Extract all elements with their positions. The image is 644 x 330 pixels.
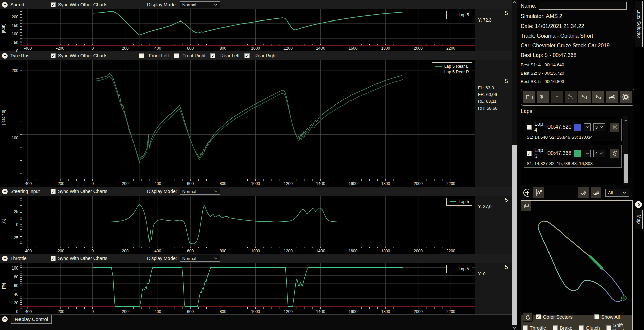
x-tick-label: 1200 — [283, 181, 293, 186]
speed-sync-checkbox[interactable]: ✓ — [51, 2, 56, 7]
x-tick-label: 1200 — [283, 249, 293, 253]
steering-lap-number: 5 — [478, 197, 509, 203]
throttle-display-mode-select[interactable]: Normal — [180, 255, 220, 262]
steering-chart[interactable]: Lap 5 -400-20002004006008001000120014001… — [20, 196, 475, 254]
lap-delete-button[interactable] — [610, 123, 619, 132]
steering-sync-checkbox[interactable]: ✓ — [51, 189, 56, 194]
brake-overlay-label: Brake — [560, 325, 572, 330]
check-all-button[interactable] — [578, 187, 589, 198]
scroll-up-icon[interactable] — [512, 0, 517, 5]
throttle-overlay-checkbox[interactable] — [523, 325, 528, 330]
replay-control-header: Replay Control — [0, 315, 512, 323]
wheel-checkbox-1[interactable] — [174, 53, 179, 58]
y-tick-label: 0 — [16, 49, 18, 53]
track-map[interactable]: 5 — [521, 201, 632, 315]
car-setup-button[interactable] — [606, 91, 618, 103]
lap-offset-select[interactable]: 3 — [593, 123, 605, 131]
x-tick-label: -400 — [24, 249, 32, 253]
steering-display-mode-select[interactable]: Normal — [180, 188, 220, 195]
x-tick-label: 200 — [122, 181, 129, 186]
throttle-chart[interactable]: Lap 5 -400-20002004006008001000120014001… — [20, 263, 475, 314]
lap-color-dropdown[interactable] — [584, 150, 590, 157]
laps-list: Lap: 400:47.5203S1: 14,640 S2: 15,846 S3… — [521, 116, 629, 185]
cursor-readout: Y: 37,0 — [478, 203, 509, 210]
lap-row: Lap: 400:47.5203S1: 14,640 S2: 15,846 S3… — [524, 119, 622, 141]
laps-scroll-up-icon[interactable] — [624, 117, 627, 123]
open-folder-add-button[interactable] — [537, 91, 549, 103]
import-selection-button[interactable] — [592, 91, 604, 103]
scrollbar-thumb[interactable] — [512, 145, 517, 325]
speed-display-mode-select[interactable]: Normal — [180, 1, 220, 8]
lap-visible-checkbox[interactable]: ✓ — [527, 151, 532, 156]
name-label: Name: — [521, 3, 536, 9]
map-collapse-button[interactable] — [635, 201, 642, 208]
collapse-tyre-icon[interactable] — [2, 53, 8, 59]
open-folder-button[interactable] — [523, 91, 535, 103]
tyre-chart[interactable]: Lap 5 Rear LLap 5 Rear R -400-2000200400… — [20, 60, 475, 187]
wheel-checkbox-0[interactable] — [139, 53, 144, 58]
collapse-steering-icon[interactable] — [2, 189, 8, 194]
x-tick-label: 1000 — [251, 249, 260, 253]
y-tick-label: 200 — [12, 68, 18, 73]
lap-visible-checkbox[interactable] — [527, 125, 532, 130]
map-reset-button[interactable] — [523, 312, 533, 322]
wheel-checkbox-2[interactable]: ✓ — [210, 53, 215, 58]
x-tick-label: 0 — [91, 46, 94, 51]
chart-options-button[interactable] — [533, 187, 544, 198]
lap-color-dropdown[interactable] — [584, 123, 590, 131]
map-popout-button[interactable] — [521, 201, 531, 211]
shift-points-checkbox[interactable] — [606, 325, 611, 330]
x-tick-label: 400 — [154, 309, 161, 314]
x-tick-label: -400 — [24, 309, 32, 314]
map-panel: 5 ✓ Color Sectors Show All Throttle — [521, 200, 633, 330]
x-tick-label: 1400 — [316, 46, 325, 51]
legend-label: Lap 5 — [459, 13, 469, 17]
y-tick-label: 200 — [12, 15, 18, 19]
main-scrollbar[interactable] — [512, 0, 517, 330]
x-tick-label: 1400 — [316, 249, 325, 253]
color-sectors-checkbox[interactable]: ✓ — [536, 314, 541, 319]
throttle-sync-checkbox[interactable]: ✓ — [51, 256, 56, 261]
lap-sector-times: S1: 14,640 S2: 15,846 S3: 17,034 — [527, 135, 619, 140]
name-input[interactable] — [539, 2, 627, 10]
cursor-readout: FR: 60,06 — [478, 91, 509, 98]
export-selection-button[interactable] — [578, 91, 591, 103]
collapse-replay-icon[interactable] — [2, 316, 8, 322]
date-info: Date: 14/01/2021 21.34.22 — [521, 23, 633, 29]
throttle-unit-label: [%] — [0, 263, 7, 314]
lap-delete-button[interactable] — [610, 149, 619, 158]
wheel-checkbox-3[interactable]: ✓ — [244, 53, 250, 58]
lap-color-swatch[interactable] — [574, 124, 581, 131]
x-tick-label: 800 — [220, 181, 226, 186]
x-tick-label: 1000 — [251, 309, 260, 314]
collapse-throttle-icon[interactable] — [2, 256, 8, 261]
x-tick-label: 600 — [187, 46, 194, 51]
color-sectors-label: Color Sectors — [543, 314, 573, 320]
add-lap-button[interactable] — [521, 187, 531, 198]
laps-filter-select[interactable]: All — [605, 189, 629, 197]
check-all-laps-button[interactable] — [591, 187, 601, 198]
x-tick-label: 0 — [91, 309, 94, 314]
best-lap-info: Best Lap: 5 - 00:47.368 — [521, 52, 633, 58]
legend-label: Lap 5 Rear L — [444, 64, 468, 69]
x-tick-label: 1400 — [316, 181, 325, 186]
show-all-checkbox[interactable] — [594, 314, 599, 319]
lap-color-swatch[interactable] — [574, 150, 581, 157]
tab-laps-selector[interactable]: Laps Selector — [635, 1, 643, 47]
tyre-sync-checkbox[interactable]: ✓ — [51, 53, 56, 58]
x-tick-label: 1000 — [251, 46, 260, 51]
lap-offset-select[interactable]: 4 — [593, 150, 605, 157]
speed-chart[interactable]: Lap 5 -400-20002004006008001000120014001… — [20, 9, 475, 51]
scroll-down-icon[interactable] — [512, 325, 517, 330]
brake-overlay-checkbox[interactable] — [553, 325, 558, 330]
tab-map[interactable]: Map — [635, 210, 643, 229]
y-tick-label: 0 — [16, 222, 18, 227]
clutch-overlay-checkbox[interactable] — [579, 325, 584, 330]
y-tick-label: 100 — [12, 136, 18, 140]
collapse-speed-icon[interactable] — [2, 2, 8, 8]
laps-scroll-down-icon[interactable] — [624, 178, 627, 184]
settings-button[interactable] — [620, 91, 632, 103]
laps-list-scrollbar[interactable] — [623, 116, 628, 185]
y-tick-label: 100 — [12, 266, 18, 271]
x-tick-label: -200 — [56, 249, 64, 253]
